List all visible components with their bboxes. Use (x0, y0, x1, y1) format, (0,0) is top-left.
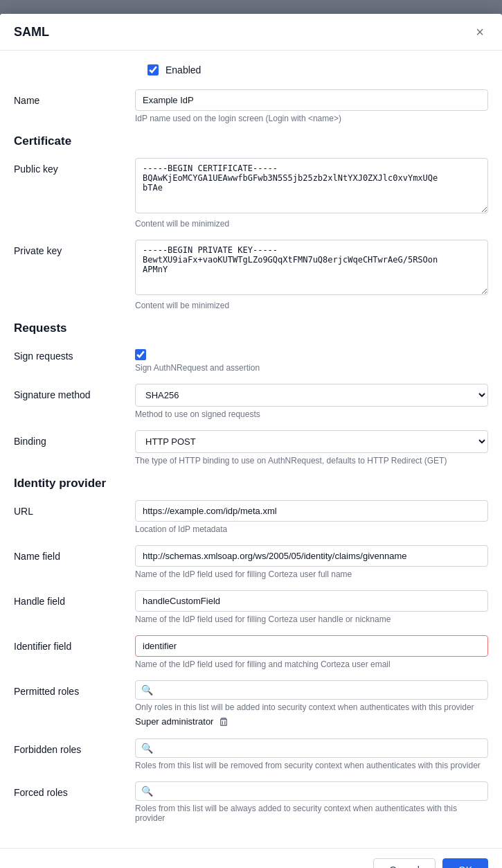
identifier-field-hint: Name of the IdP field used for filling a… (135, 659, 488, 669)
binding-label: Binding (14, 430, 135, 447)
private-key-control-wrap: -----BEGIN PRIVATE KEY----- BewtXU9iaFx+… (135, 240, 488, 310)
forced-roles-hint: Roles from this list will be always adde… (135, 804, 488, 823)
private-key-row: Private key -----BEGIN PRIVATE KEY----- … (14, 240, 488, 310)
name-hint: IdP name used on the login screen (Login… (135, 114, 488, 123)
name-field-control-wrap: Name of the IdP field used for filling C… (135, 545, 488, 579)
binding-row: Binding HTTP POST HTTP Redirect The type… (14, 430, 488, 466)
signature-method-control-wrap: SHA256 SHA512 Method to use on signed re… (135, 384, 488, 419)
identifier-field-control-wrap: Name of the IdP field used for filling a… (135, 635, 488, 669)
permitted-role-super-admin: Super administrator (135, 716, 230, 727)
permitted-roles-label: Permitted roles (14, 680, 135, 697)
url-label: URL (14, 500, 135, 517)
signature-method-row: Signature method SHA256 SHA512 Method to… (14, 384, 488, 419)
binding-control-wrap: HTTP POST HTTP Redirect The type of HTTP… (135, 430, 488, 466)
identity-provider-heading: Identity provider (14, 477, 488, 490)
name-row: Name IdP name used on the login screen (… (14, 89, 488, 123)
forbidden-roles-label: Forbidden roles (14, 738, 135, 755)
handle-field-control-wrap: Name of the IdP field used for filling C… (135, 590, 488, 624)
sign-requests-hint: Sign AuthNRequest and assertion (135, 363, 488, 373)
search-icon: 🔍 (141, 743, 153, 754)
private-key-label: Private key (14, 240, 135, 256)
handle-field-row: Handle field Name of the IdP field used … (14, 590, 488, 624)
forbidden-roles-hint: Roles from this list will be removed fro… (135, 761, 488, 770)
handle-field-input[interactable] (135, 590, 488, 612)
sign-requests-label: Sign requests (14, 345, 135, 362)
modal-header: SAML × (0, 14, 502, 51)
name-field-row: Name field Name of the IdP field used fo… (14, 545, 488, 579)
binding-hint: The type of HTTP binding to use on AuthN… (135, 456, 488, 466)
forced-roles-control-wrap: 🔍 Roles from this list will be always ad… (135, 781, 488, 823)
forbidden-roles-search-input[interactable] (156, 743, 482, 754)
identifier-field-label: Identifier field (14, 635, 135, 652)
signature-method-select[interactable]: SHA256 SHA512 (135, 384, 488, 407)
ok-button[interactable]: OK (442, 858, 488, 868)
requests-heading: Requests (14, 321, 488, 335)
binding-select[interactable]: HTTP POST HTTP Redirect (135, 430, 488, 453)
search-icon: 🔍 (141, 786, 153, 797)
name-field-label: Name field (14, 545, 135, 562)
sign-requests-checkbox-row (135, 345, 488, 360)
enabled-label: Enabled (165, 64, 201, 76)
name-field-input[interactable] (135, 545, 488, 567)
signature-method-hint: Method to use on signed requests (135, 409, 488, 419)
certificate-heading: Certificate (14, 134, 488, 148)
handle-field-label: Handle field (14, 590, 135, 607)
public-key-textarea[interactable]: -----BEGIN CERTIFICATE----- BQAwKjEoMCYG… (135, 158, 488, 213)
handle-field-hint: Name of the IdP field used for filling C… (135, 614, 488, 624)
modal-title: SAML (14, 25, 49, 39)
close-button[interactable]: × (472, 24, 488, 40)
modal-footer: Cancel OK (0, 848, 502, 868)
url-input[interactable] (135, 500, 488, 522)
forbidden-roles-row: Forbidden roles 🔍 Roles from this list w… (14, 738, 488, 770)
name-field-hint: Name of the IdP field used for filling C… (135, 569, 488, 579)
permitted-role-delete-button[interactable] (217, 717, 230, 727)
forced-roles-search-input[interactable] (156, 786, 482, 797)
enabled-checkbox[interactable] (147, 64, 159, 76)
permitted-roles-search-input[interactable] (156, 685, 482, 696)
forced-roles-search-box[interactable]: 🔍 (135, 781, 488, 801)
permitted-role-label: Super administrator (135, 716, 213, 727)
name-control-wrap: IdP name used on the login screen (Login… (135, 89, 488, 123)
forced-roles-label: Forced roles (14, 781, 135, 798)
enabled-row: Enabled (14, 64, 488, 76)
modal-overlay: SAML × Enabled Name IdP name used on the… (0, 14, 502, 868)
cancel-button[interactable]: Cancel (373, 858, 436, 868)
name-input[interactable] (135, 89, 488, 111)
url-control-wrap: Location of IdP metadata (135, 500, 488, 534)
sign-requests-control-wrap: Sign AuthNRequest and assertion (135, 345, 488, 373)
private-key-hint: Content will be minimized (135, 301, 488, 310)
modal-body: Enabled Name IdP name used on the login … (0, 51, 502, 848)
url-hint: Location of IdP metadata (135, 524, 488, 534)
url-row: URL Location of IdP metadata (14, 500, 488, 534)
permitted-roles-hint: Only roles in this list will be added in… (135, 702, 488, 712)
saml-modal: SAML × Enabled Name IdP name used on the… (0, 14, 502, 868)
public-key-row: Public key -----BEGIN CERTIFICATE----- B… (14, 158, 488, 229)
permitted-roles-control-wrap: 🔍 Only roles in this list will be added … (135, 680, 488, 727)
signature-method-label: Signature method (14, 384, 135, 400)
forced-roles-row: Forced roles 🔍 Roles from this list will… (14, 781, 488, 823)
permitted-roles-row: Permitted roles 🔍 Only roles in this lis… (14, 680, 488, 727)
forbidden-roles-control-wrap: 🔍 Roles from this list will be removed f… (135, 738, 488, 770)
permitted-roles-search-box[interactable]: 🔍 (135, 680, 488, 700)
search-icon: 🔍 (141, 684, 153, 696)
public-key-hint: Content will be minimized (135, 219, 488, 229)
name-label: Name (14, 89, 135, 106)
private-key-textarea[interactable]: -----BEGIN PRIVATE KEY----- BewtXU9iaFx+… (135, 240, 488, 295)
sign-requests-checkbox[interactable] (135, 349, 146, 360)
identifier-field-row: Identifier field Name of the IdP field u… (14, 635, 488, 669)
forbidden-roles-search-box[interactable]: 🔍 (135, 738, 488, 758)
public-key-control-wrap: -----BEGIN CERTIFICATE----- BQAwKjEoMCYG… (135, 158, 488, 229)
public-key-label: Public key (14, 158, 135, 175)
identifier-field-input[interactable] (135, 635, 488, 657)
sign-requests-row: Sign requests Sign AuthNRequest and asse… (14, 345, 488, 373)
